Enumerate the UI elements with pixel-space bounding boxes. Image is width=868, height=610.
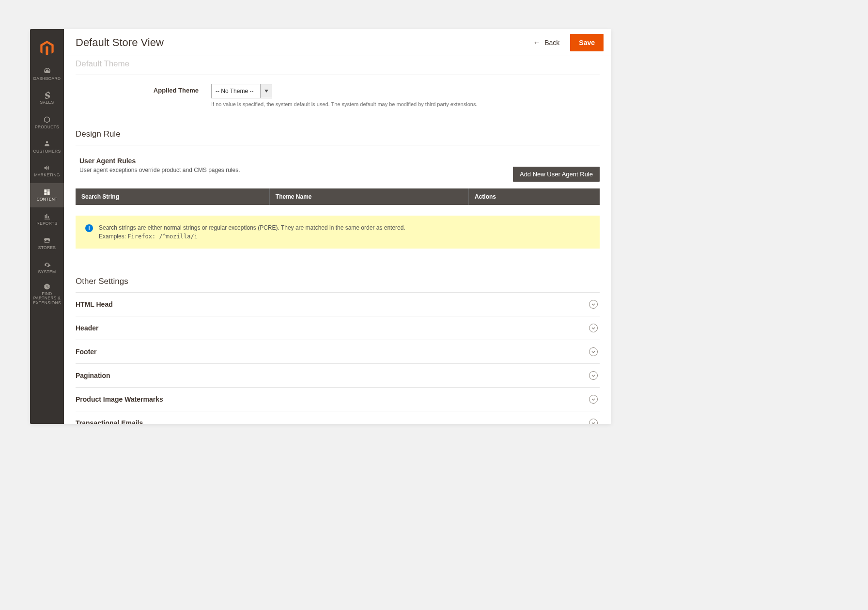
info-icon: i <box>85 224 93 232</box>
accordion-label: Product Image Watermarks <box>76 395 163 403</box>
sidebar-item-label: SALES <box>40 100 54 105</box>
applied-theme-field: Applied Theme -- No Theme -- If no value… <box>76 84 600 107</box>
sidebar-item-dashboard[interactable]: DASHBOARD <box>30 62 64 86</box>
accordion-html-head[interactable]: HTML Head <box>76 292 600 316</box>
sidebar-item-customers[interactable]: CUSTOMERS <box>30 135 64 159</box>
sidebar-item-system[interactable]: SYSTEM <box>30 256 64 280</box>
chevron-down-icon <box>589 419 598 424</box>
user-agent-rules-title: User Agent Rules <box>79 157 513 165</box>
section-other-settings-title: Other Settings <box>76 268 600 292</box>
divider <box>76 145 600 145</box>
sidebar-item-reports[interactable]: REPORTS <box>30 207 64 232</box>
sidebar-item-label: PRODUCTS <box>35 125 59 129</box>
sidebar-item-partners[interactable]: FIND PARTNERS & EXTENSIONS <box>30 280 64 308</box>
chevron-down-icon <box>589 395 598 404</box>
accordion-transactional-emails[interactable]: Transactional Emails <box>76 411 600 424</box>
sidebar-item-marketing[interactable]: MARKETING <box>30 159 64 183</box>
chevron-down-icon <box>589 324 598 332</box>
back-button[interactable]: ← Back <box>528 35 564 50</box>
accordion-label: Transactional Emails <box>76 419 143 424</box>
sidebar-item-products[interactable]: PRODUCTS <box>30 110 64 135</box>
accordion-product-image-watermarks[interactable]: Product Image Watermarks <box>76 388 600 411</box>
applied-theme-select[interactable]: -- No Theme -- <box>211 84 272 98</box>
magento-logo <box>30 35 64 62</box>
col-search-string: Search String <box>76 188 269 205</box>
applied-theme-hint: If no value is specified, the system def… <box>211 101 600 107</box>
section-default-theme-title: Default Theme <box>76 56 600 75</box>
applied-theme-label: Applied Theme <box>76 84 199 94</box>
sidebar-item-label: STORES <box>38 246 56 250</box>
sidebar-item-label: DASHBOARD <box>33 77 61 81</box>
chevron-down-icon <box>589 300 598 309</box>
accordion-label: HTML Head <box>76 300 113 308</box>
chevron-down-icon <box>589 371 598 380</box>
sidebar-item-label: CUSTOMERS <box>33 149 61 154</box>
accordion-label: Pagination <box>76 372 110 379</box>
chevron-down-icon <box>589 347 598 356</box>
accordion-footer[interactable]: Footer <box>76 340 600 364</box>
sidebar-item-stores[interactable]: STORES <box>30 232 64 256</box>
section-design-rule-title: Design Rule <box>76 121 600 145</box>
user-agent-rules-desc: User agent exceptions override product a… <box>79 167 513 173</box>
user-agent-rules: User Agent Rules User agent exceptions o… <box>76 157 600 249</box>
sidebar-item-label: FIND PARTNERS & EXTENSIONS <box>31 292 62 305</box>
content-scroll[interactable]: Default Theme Applied Theme -- No Theme … <box>64 56 611 424</box>
divider <box>76 75 600 75</box>
sidebar-item-label: SYSTEM <box>38 270 56 274</box>
sidebar-item-label: REPORTS <box>36 221 57 226</box>
col-actions: Actions <box>468 188 600 205</box>
topbar: Default Store View ← Back Save <box>64 29 611 56</box>
info-note: i Search strings are either normal strin… <box>76 216 600 249</box>
sidebar-item-label: MARKETING <box>34 173 60 177</box>
accordion-label: Footer <box>76 348 97 356</box>
arrow-left-icon: ← <box>533 38 541 47</box>
info-note-text: Search strings are either normal strings… <box>99 223 405 241</box>
admin-sidebar: DASHBOARD SALES PRODUCTS CUSTOMERS MARKE… <box>30 29 64 424</box>
sidebar-item-content[interactable]: CONTENT <box>30 183 64 207</box>
accordion-label: Header <box>76 324 98 332</box>
accordion-pagination[interactable]: Pagination <box>76 364 600 388</box>
applied-theme-value: -- No Theme -- <box>212 84 260 98</box>
sidebar-item-sales[interactable]: SALES <box>30 86 64 110</box>
accordion-header[interactable]: Header <box>76 316 600 340</box>
sidebar-item-label: CONTENT <box>36 197 57 202</box>
back-button-label: Back <box>544 39 559 47</box>
save-button[interactable]: Save <box>570 34 604 51</box>
add-user-agent-rule-button[interactable]: Add New User Agent Rule <box>513 167 600 182</box>
user-agent-rules-table: Search String Theme Name Actions <box>76 188 600 205</box>
col-theme-name: Theme Name <box>269 188 468 205</box>
page-title: Default Store View <box>76 36 164 49</box>
chevron-down-icon <box>260 84 272 98</box>
